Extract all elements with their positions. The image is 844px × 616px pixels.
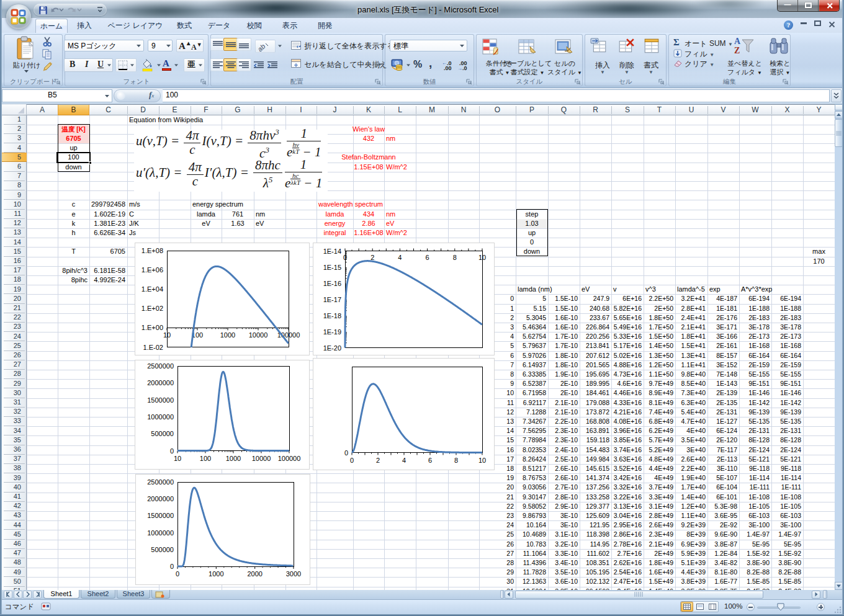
- svg-text:.00: .00: [444, 65, 452, 70]
- svg-text:10000: 10000: [249, 331, 268, 339]
- svg-text:2000: 2000: [247, 570, 262, 578]
- svg-text:2: 2: [376, 457, 380, 464]
- svg-text:2500000: 2500000: [147, 362, 174, 370]
- svg-text:2500000: 2500000: [147, 478, 174, 486]
- svg-text:1E-20: 1E-20: [323, 344, 341, 352]
- svg-text:500000: 500000: [151, 546, 174, 553]
- svg-text:6: 6: [426, 254, 429, 261]
- svg-text:1000: 1000: [209, 570, 223, 578]
- svg-text:1000000: 1000000: [147, 413, 174, 421]
- svg-text:1000000: 1000000: [147, 529, 174, 537]
- svg-text:8: 8: [454, 457, 458, 464]
- svg-text:1E-17: 1E-17: [323, 296, 341, 303]
- svg-text:Z: Z: [734, 46, 740, 55]
- svg-text:4: 4: [398, 254, 402, 261]
- svg-text:1.E+00: 1.E+00: [141, 324, 163, 331]
- svg-text:10: 10: [174, 455, 181, 462]
- svg-text:0: 0: [170, 447, 174, 455]
- svg-text:1000: 1000: [220, 331, 235, 339]
- svg-text:A: A: [734, 37, 741, 46]
- svg-text:2000000: 2000000: [147, 495, 174, 502]
- svg-text:10000: 10000: [252, 455, 271, 462]
- svg-text:6: 6: [428, 457, 432, 464]
- svg-text:1500000: 1500000: [147, 512, 174, 519]
- svg-text:3000: 3000: [286, 570, 301, 578]
- svg-text:10: 10: [478, 254, 486, 261]
- svg-text:1E-18: 1E-18: [323, 312, 341, 319]
- svg-text:100: 100: [200, 455, 211, 462]
- svg-text:1500000: 1500000: [147, 396, 174, 404]
- svg-text:0: 0: [170, 563, 174, 570]
- svg-text:8: 8: [453, 254, 457, 261]
- svg-text:10: 10: [163, 331, 171, 339]
- svg-text:500000: 500000: [151, 430, 174, 437]
- svg-text:1.E-02: 1.E-02: [143, 344, 163, 351]
- svg-text:→: →: [457, 66, 462, 70]
- svg-text:1E-14: 1E-14: [323, 248, 341, 255]
- svg-text:0: 0: [176, 570, 179, 578]
- svg-text:.0: .0: [462, 65, 467, 70]
- svg-text:1.E+02: 1.E+02: [141, 305, 163, 312]
- svg-text:1.E+08: 1.E+08: [141, 247, 163, 254]
- svg-text:2000000: 2000000: [147, 379, 174, 386]
- svg-text:1E-16: 1E-16: [323, 280, 341, 287]
- svg-text:1E-15: 1E-15: [323, 264, 341, 271]
- svg-text:0: 0: [344, 449, 348, 457]
- svg-text:1.E+04: 1.E+04: [141, 285, 163, 293]
- svg-text:4: 4: [402, 457, 406, 464]
- svg-text:10: 10: [478, 457, 486, 464]
- svg-text:100000: 100000: [278, 455, 301, 462]
- svg-text:ab: ab: [258, 42, 267, 51]
- svg-text:2: 2: [370, 254, 374, 261]
- svg-text:0: 0: [350, 457, 354, 464]
- svg-text:1E-19: 1E-19: [323, 328, 341, 336]
- svg-text:1.E+06: 1.E+06: [141, 266, 163, 274]
- svg-text:1000: 1000: [226, 455, 241, 462]
